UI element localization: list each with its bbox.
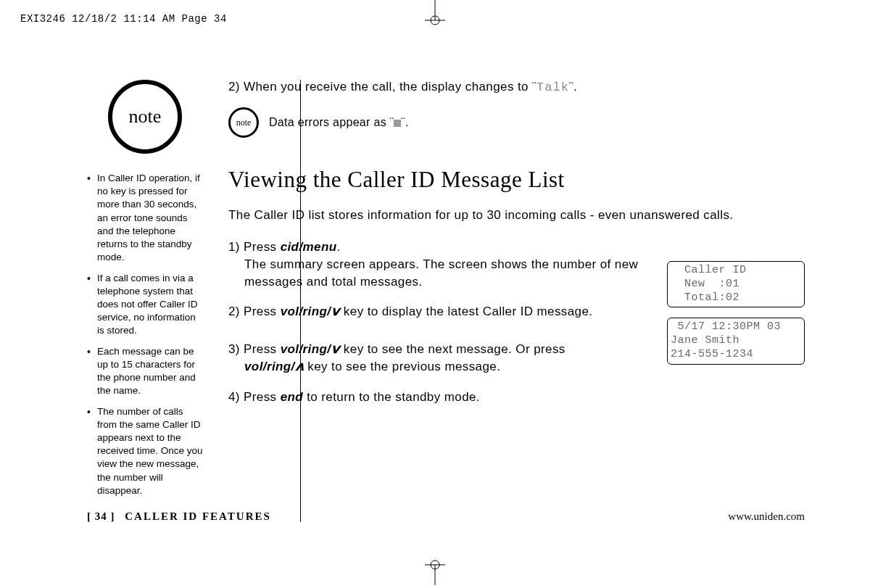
page-title: Viewing the Caller ID Message List [228, 167, 805, 193]
sidebar: note In Caller ID operation, if no key i… [87, 80, 203, 505]
lcd-illustrations: Caller ID New :01 Total:02 5/17 12:30PM … [667, 261, 805, 375]
note-label: note [129, 106, 162, 128]
text: key to display the latest Caller ID mess… [340, 305, 593, 318]
step-2-continuation: 2) When you receive the call, the displa… [228, 80, 805, 94]
text: . [336, 240, 340, 254]
lcd-summary: Caller ID New :01 Total:02 [667, 261, 805, 307]
text: ¨. [569, 80, 577, 94]
button-ref: cid/menu [281, 240, 337, 254]
text: key to see the next message. Or press [340, 342, 566, 356]
text: 2) When you receive the call, the displa… [228, 80, 536, 94]
footer-left: [ 34 ] CALLER ID FEATURES [87, 510, 271, 523]
crop-mark-bottom [420, 556, 450, 588]
step-body: The summary screen appears. The screen s… [228, 256, 642, 291]
inline-note: note Data errors appear as ¨¨. [228, 107, 805, 138]
main-column: 2) When you receive the call, the displa… [228, 80, 805, 406]
chevron-down-icon: ∨ [329, 303, 341, 320]
bullet-item: If a call comes in via a telephone syste… [87, 272, 203, 338]
text: ¨. [401, 116, 408, 128]
sidebar-bullets: In Caller ID operation, if no key is pre… [87, 172, 203, 497]
step-1: 1) Press cid/menu. The summary screen ap… [228, 239, 642, 290]
slug-line: EXI3246 12/18/2 11:14 AM Page 34 [20, 13, 227, 25]
data-errors-text: Data errors appear as ¨¨. [269, 116, 409, 129]
note-icon: note [108, 80, 182, 154]
step-number: 3) Press [228, 342, 281, 356]
step-number: 4) Press [228, 390, 281, 404]
step-number: 2) Press [228, 305, 281, 318]
intro-text: The Caller ID list stores information fo… [228, 207, 736, 224]
text: Data errors appear as ¨ [269, 116, 394, 128]
button-ref: vol/ring/ [281, 305, 331, 318]
bullet-item: In Caller ID operation, if no key is pre… [87, 172, 203, 265]
chevron-up-icon: ∧ [294, 358, 305, 376]
bullet-item: The number of calls from the same Caller… [87, 405, 203, 498]
step-4: 4) Press end to return to the standby mo… [228, 389, 642, 406]
page-number: [ 34 ] [87, 510, 115, 522]
button-ref: vol/ring/ [281, 342, 331, 356]
footer: [ 34 ] CALLER ID FEATURES www.uniden.com [87, 510, 805, 523]
lcd-entry: 5/17 12:30PM 03 Jane Smith 214-555-1234 [667, 318, 805, 364]
step-3: 3) Press vol/ring/∨ key to see the next … [228, 341, 642, 376]
note-label: note [236, 117, 252, 128]
text: key to see the previous message. [304, 360, 500, 373]
chevron-down-icon: ∨ [329, 341, 341, 358]
placeholder-box-icon [394, 120, 401, 127]
section-title: CALLER ID FEATURES [125, 510, 271, 522]
crop-mark-top [420, 0, 450, 32]
note-icon: note [228, 107, 259, 138]
step-2: 2) Press vol/ring/∨ key to display the l… [228, 303, 642, 320]
lcd-word-talk: Talk [536, 80, 569, 94]
footer-url: www.uniden.com [728, 510, 805, 523]
button-ref: vol/ring/ [244, 360, 295, 373]
bullet-item: Each message can be up to 15 characters … [87, 345, 203, 398]
step-number: 1) Press [228, 240, 281, 254]
column-divider [300, 80, 301, 522]
page-body: note In Caller ID operation, if no key i… [87, 80, 805, 505]
text: to return to the standby mode. [303, 390, 480, 404]
